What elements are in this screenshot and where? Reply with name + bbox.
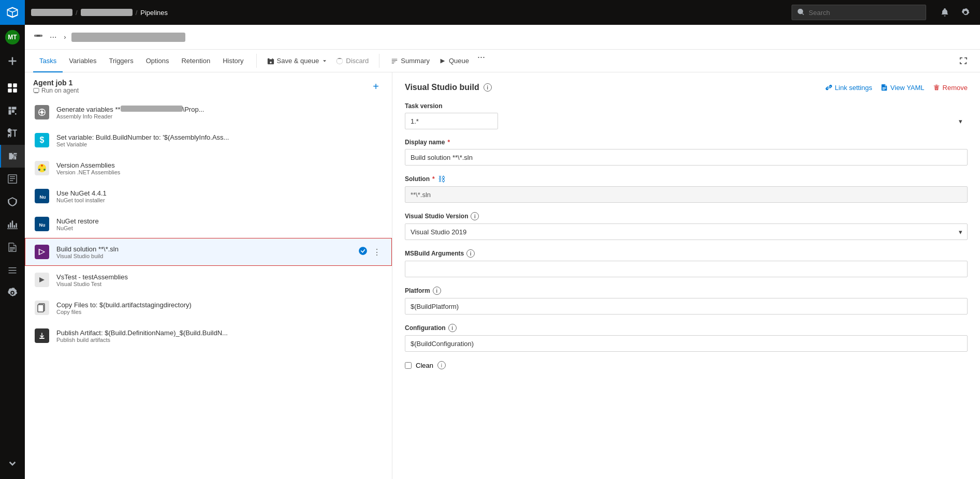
tabs-bar: Tasks Variables Triggers Options Retenti… — [25, 50, 980, 72]
tab-triggers[interactable]: Triggers — [103, 50, 139, 72]
task-item[interactable]: Publish Artifact: $(Build.DefinitionName… — [25, 322, 392, 350]
queue-btn[interactable]: Queue — [435, 50, 473, 72]
task-item[interactable]: Nu NuGet restore NuGet — [25, 210, 392, 238]
subheader-more-btn[interactable]: ··· — [48, 31, 58, 44]
tab-history[interactable]: History — [216, 50, 250, 72]
task-list-scroll[interactable]: Agent job 1 Run on agent + — [25, 72, 392, 479]
platform-input[interactable] — [405, 298, 968, 315]
link-settings-btn[interactable]: Link settings — [825, 84, 872, 92]
title-info-icon[interactable]: i — [484, 83, 492, 92]
sidebar-item-test-plans[interactable] — [0, 168, 25, 190]
tabs-separator — [256, 54, 257, 68]
summary-btn[interactable]: Summary — [386, 50, 435, 72]
svg-rect-0 — [8, 83, 12, 87]
sidebar: MT — [0, 0, 25, 479]
remove-btn[interactable]: Remove — [933, 84, 968, 92]
task-version-label: Task version — [405, 102, 968, 110]
task-info: Version Assemblies Version .NET Assembli… — [56, 161, 383, 175]
task-check-icon — [358, 246, 368, 258]
search-box[interactable] — [792, 5, 926, 20]
task-info: Build solution **\*.sln Visual Studio bu… — [56, 245, 358, 259]
breadcrumb-sep2: / — [136, 9, 138, 17]
clean-row: Clean i — [405, 361, 968, 369]
tab-retention[interactable]: Retention — [175, 50, 216, 72]
breadcrumb-project2[interactable] — [81, 9, 133, 16]
breadcrumb-project1[interactable] — [31, 9, 72, 16]
svg-point-5 — [35, 35, 37, 37]
publish-icon — [35, 328, 49, 343]
vs-version-label: Visual Studio Version i — [405, 212, 968, 220]
task-item[interactable]: Version Assemblies Version .NET Assembli… — [25, 154, 392, 182]
configuration-input[interactable] — [405, 335, 968, 352]
sidebar-item-boards[interactable] — [0, 99, 25, 122]
task-item[interactable]: VsTest - testAssemblies Visual Studio Te… — [25, 266, 392, 294]
solution-link-icon[interactable]: ⛓ — [438, 175, 445, 183]
task-info: Generate variables ** \Prop... Assembly … — [56, 106, 383, 119]
task-item-active[interactable]: Build solution **\*.sln Visual Studio bu… — [25, 238, 392, 266]
msbuild-info-icon[interactable]: i — [466, 249, 475, 258]
solution-group: Solution * ⛓ — [405, 175, 968, 203]
display-name-input[interactable] — [405, 149, 968, 166]
task-item[interactable]: Nu Use NuGet 4.4.1 NuGet tool installer — [25, 182, 392, 210]
dropdown-icon — [321, 58, 328, 64]
sidebar-item-repos[interactable] — [0, 122, 25, 145]
platform-info-icon[interactable]: i — [433, 287, 441, 295]
task-item[interactable]: Copy Files to: $(build.artifactstagingdi… — [25, 294, 392, 322]
svg-point-6 — [40, 35, 42, 37]
agent-job-header: Agent job 1 Run on agent + — [25, 72, 392, 98]
save-queue-btn[interactable]: Save & queue — [263, 50, 332, 72]
sidebar-logo[interactable] — [0, 0, 25, 25]
task-icon-vstest — [34, 272, 50, 288]
sidebar-avatar[interactable]: MT — [0, 25, 25, 48]
configuration-group: Configuration i — [405, 324, 968, 352]
msbuild-args-input[interactable] — [405, 261, 968, 277]
tab-variables[interactable]: Variables — [63, 50, 103, 72]
sidebar-item-misc[interactable] — [0, 259, 25, 281]
task-item[interactable]: $ Set variable: Build.BuildNumber to: '$… — [25, 126, 392, 154]
sidebar-item-expand[interactable] — [0, 452, 25, 475]
clean-info-icon[interactable]: i — [437, 361, 446, 369]
sidebar-item-settings[interactable] — [0, 281, 25, 304]
tab-tasks[interactable]: Tasks — [33, 50, 63, 72]
task-icon-version — [34, 160, 50, 176]
assembly-icon — [35, 105, 49, 119]
msbuild-args-group: MSBuild Arguments i — [405, 249, 968, 277]
sidebar-item-pipelines[interactable] — [0, 145, 25, 168]
search-icon — [797, 9, 805, 16]
task-version-select[interactable]: 1.* 2.* — [405, 113, 498, 129]
add-task-btn[interactable]: + — [368, 79, 384, 94]
topbar: / / Pipelines — [25, 0, 980, 25]
task-item[interactable]: Generate variables ** \Prop... Assembly … — [25, 98, 392, 126]
sidebar-item-artifacts[interactable] — [0, 190, 25, 213]
view-yaml-btn[interactable]: View YAML — [881, 84, 925, 92]
sidebar-item-code[interactable] — [0, 236, 25, 259]
svg-point-14 — [38, 169, 40, 171]
svg-text:Nu: Nu — [39, 222, 46, 228]
configuration-info-icon[interactable]: i — [448, 324, 457, 332]
clean-checkbox[interactable] — [405, 362, 412, 369]
clean-label[interactable]: Clean — [416, 362, 433, 369]
agent-job-name: Agent job 1 — [33, 79, 79, 87]
task-name: Copy Files to: $(build.artifactstagingdi… — [56, 301, 383, 309]
vs-version-select[interactable]: Visual Studio 2019 Visual Studio 2017 Vi… — [405, 223, 968, 240]
subheader-chevron: › — [64, 33, 66, 41]
task-type: Visual Studio build — [56, 253, 358, 259]
svg-rect-1 — [13, 83, 17, 87]
sidebar-item-overview[interactable] — [0, 77, 25, 99]
fullscreen-icon[interactable] — [955, 53, 972, 69]
vs-version-info-icon[interactable]: i — [471, 212, 479, 220]
sidebar-add-btn[interactable] — [0, 50, 25, 72]
task-name: Publish Artifact: $(Build.DefinitionName… — [56, 329, 383, 337]
tab-options[interactable]: Options — [140, 50, 175, 72]
search-input[interactable] — [809, 9, 912, 17]
notifications-icon[interactable] — [937, 4, 953, 21]
task-more-btn[interactable]: ⋮ — [371, 246, 383, 258]
task-type: Publish build artifacts — [56, 337, 383, 343]
discard-btn[interactable]: Discard — [332, 50, 373, 72]
more-actions-btn[interactable]: ... — [473, 50, 489, 72]
vs-version-select-wrapper: Visual Studio 2019 Visual Studio 2017 Vi… — [405, 223, 968, 240]
sidebar-item-analytics[interactable] — [0, 213, 25, 236]
settings-icon[interactable] — [957, 4, 974, 21]
vstest-icon — [35, 273, 49, 287]
solution-input[interactable] — [405, 186, 968, 203]
